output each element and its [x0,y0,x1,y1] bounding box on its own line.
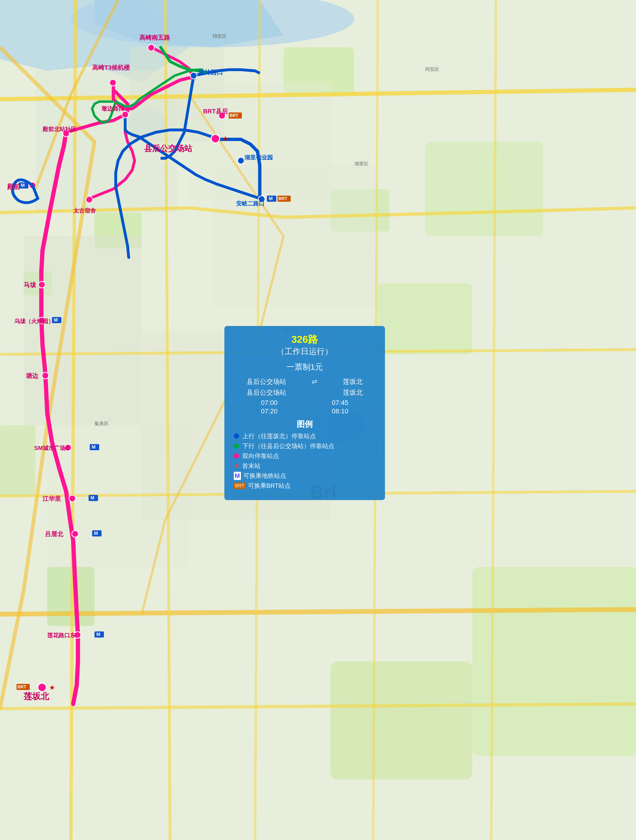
svg-text:高崎南五路: 高崎南五路 [139,34,170,41]
svg-text:马垅: 马垅 [24,281,36,289]
time-from-1: 07:00 [234,399,305,407]
schedule-spacer [312,389,317,396]
svg-text:M: M [94,531,98,536]
svg-point-37 [211,134,219,143]
svg-text:BRT: BRT [278,196,287,201]
route-endpoints: 县后公交场站 ⇌ 莲坂北 [234,377,376,386]
svg-text:M: M [92,444,96,450]
svg-point-28 [42,372,49,379]
svg-text:吕厝北: 吕厝北 [45,531,63,538]
legend-blue-dot [234,433,239,439]
svg-text:★: ★ [49,684,55,691]
legend-upward-text: 上行（往莲坂北）停靠站点 [242,432,316,440]
svg-text:BRT县后: BRT县后 [203,108,228,115]
route-title: 326路 [234,333,376,346]
legend-metro-text: 可换乘地铁站点 [243,472,286,480]
svg-text:塘边: 塘边 [26,372,38,379]
time-to-2: 08:10 [305,407,376,415]
direction-arrow: ⇌ [312,378,317,385]
svg-text:乌垅（火炬园）: 乌垅（火炬园） [14,318,54,324]
svg-text:江华里: 江华里 [43,495,61,502]
svg-rect-20 [213,165,378,307]
time-from-2: 07:20 [234,407,305,415]
legend-item-bidirectional: 双向停靠站点 [234,452,376,460]
svg-text:殿前: 殿前 [7,183,21,190]
svg-text:★: ★ [223,135,228,142]
svg-text:集美区: 集美区 [95,421,109,426]
legend-green-dot [234,444,239,448]
svg-point-40 [38,683,46,692]
svg-point-31 [72,531,78,537]
legend-star-icon: ★ [234,462,240,470]
operating-days: （工作日运行） [234,346,376,357]
svg-text:M: M [90,495,95,500]
schedule-header: 县后公交场站 莲坂北 [234,388,376,397]
fare-info: 一票制1元 [234,362,376,373]
svg-text:墩边路口: 墩边路口 [101,105,124,112]
terminus-to: 莲坂北 [343,377,363,386]
legend-pink-dot [234,453,239,458]
svg-point-35 [238,157,244,164]
svg-text:湖里区: 湖里区 [354,161,368,166]
svg-text:县后公交场站: 县后公交场站 [144,144,193,153]
legend-item-metro: M 可换乘地铁站点 [234,472,376,480]
svg-text:殿前北站社区: 殿前北站社区 [42,126,77,132]
legend-metro-icon: M [234,472,241,480]
schedule-to-header: 莲坂北 [343,388,363,397]
svg-rect-10 [331,662,472,780]
svg-rect-6 [378,283,472,354]
svg-text:太古宿舍: 太古宿舍 [73,207,96,214]
schedule-times: 07:00 07:45 07:20 08:10 [234,399,376,415]
svg-text:翔安区: 翔安区 [213,33,227,39]
svg-point-26 [38,281,45,288]
svg-text:莲花路口东: 莲花路口东 [47,632,76,638]
svg-point-21 [110,79,116,86]
svg-text:M: M [21,183,25,188]
time-to-1: 07:45 [305,399,376,407]
svg-text:同安区: 同安区 [425,66,439,72]
legend-downward-text: 下行（往县后公交场站）停靠站点 [242,442,335,450]
svg-rect-11 [472,567,636,756]
svg-text:墩岭路口: 墩岭路口 [198,69,223,76]
legend-brt-icon: BRT [234,483,246,489]
legend-brt-text: 可换乘BRT站点 [248,482,291,490]
legend-terminal-text: 首末站 [242,462,260,470]
schedule-from-header: 县后公交场站 [246,388,286,397]
svg-text:M: M [96,632,100,637]
svg-text:高崎T3候机楼: 高崎T3候机楼 [92,64,130,71]
svg-point-23 [122,111,128,118]
legend-title: 图例 [234,419,376,430]
legend-item-brt: BRT 可换乘BRT站点 [234,482,376,490]
svg-rect-7 [425,142,543,236]
svg-point-25 [86,196,93,203]
svg-point-34 [190,72,197,79]
info-panel: 326路 （工作日运行） 一票制1元 县后公交场站 ⇌ 莲坂北 县后公交场站 莲… [224,326,385,500]
svg-text:安岐二路口: 安岐二路口 [236,200,265,207]
legend-bidirectional-text: 双向停靠站点 [242,452,279,460]
svg-point-30 [69,495,76,502]
svg-text:BRT: BRT [230,113,238,118]
svg-text:BRT: BRT [17,685,26,689]
svg-text:M: M [269,196,273,201]
terminus-from: 县后公交场站 [246,377,286,386]
svg-point-22 [148,44,155,51]
legend-item-terminal: ★ 首末站 [234,462,376,470]
legend-item-downward: 下行（往县后公交场站）停靠站点 [234,442,376,450]
svg-text:湖里创业园: 湖里创业园 [245,154,273,161]
svg-text:M: M [54,317,58,322]
svg-text:莲坂北: 莲坂北 [24,692,49,701]
legend-item-upward: 上行（往莲坂北）停靠站点 [234,432,376,440]
svg-rect-8 [0,425,35,496]
svg-text:SM城市广场2: SM城市广场2 [34,445,68,451]
